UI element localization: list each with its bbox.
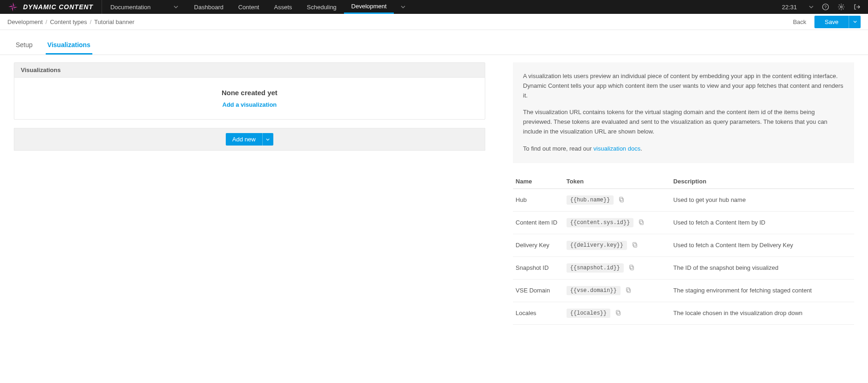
- save-button[interactable]: Save: [814, 16, 849, 28]
- info-paragraph-1: A visualization lets users preview an in…: [523, 72, 844, 100]
- copy-icon[interactable]: [615, 310, 621, 316]
- token-name: Delivery Key: [513, 234, 564, 256]
- save-dropdown-button[interactable]: [849, 16, 861, 28]
- tab-visualizations[interactable]: Visualizations: [46, 36, 92, 55]
- token-cell: {{snapshot.id}}: [564, 256, 671, 279]
- token-cell: {{hub.name}}: [564, 188, 671, 211]
- hub-dropdown[interactable]: Documentation: [102, 0, 187, 14]
- svg-line-8: [843, 9, 844, 10]
- logout-icon[interactable]: [853, 3, 861, 11]
- panel-header: Visualizations: [14, 63, 485, 78]
- visualizations-panel: Visualizations None created yet Add a vi…: [14, 62, 485, 120]
- svg-rect-15: [633, 244, 637, 248]
- logo-icon: [7, 1, 18, 12]
- copy-icon[interactable]: [632, 242, 638, 248]
- token-cell: {{delivery.key}}: [564, 234, 671, 256]
- token-table-header-description: Description: [670, 174, 854, 189]
- table-row: Locales{{locales}}The locale chosen in t…: [513, 302, 854, 324]
- token-cell: {{content.sys.id}}: [564, 211, 671, 234]
- svg-line-10: [843, 5, 844, 6]
- time-dropdown[interactable]: 22:31: [782, 4, 814, 11]
- table-row: Hub{{hub.name}}Used to get your hub name: [513, 188, 854, 211]
- token-description: The staging environment for fetching sta…: [670, 279, 854, 302]
- svg-rect-16: [633, 243, 636, 246]
- brand-area[interactable]: DYNAMIC CONTENT: [7, 0, 102, 14]
- svg-rect-14: [639, 220, 643, 224]
- svg-rect-12: [620, 197, 623, 201]
- svg-rect-22: [616, 310, 620, 314]
- token-code: {{locales}}: [567, 309, 610, 318]
- token-description: Used to fetch a Content Item by ID: [670, 211, 854, 234]
- chevron-down-icon: [174, 4, 178, 11]
- token-code: {{vse.domain}}: [567, 286, 621, 295]
- copy-icon[interactable]: [625, 287, 632, 293]
- svg-rect-11: [621, 199, 624, 202]
- token-code: {{snapshot.id}}: [567, 263, 624, 273]
- table-row: Content item ID{{content.sys.id}}Used to…: [513, 211, 854, 234]
- table-row: Snapshot ID{{snapshot.id}}The ID of the …: [513, 256, 854, 279]
- token-code: {{hub.name}}: [567, 195, 614, 205]
- token-name: VSE Domain: [513, 279, 564, 302]
- breadcrumb-item-development[interactable]: Development: [7, 18, 43, 25]
- gear-icon[interactable]: [838, 3, 845, 11]
- copy-icon[interactable]: [618, 196, 625, 203]
- info-box: A visualization lets users preview an in…: [513, 62, 854, 163]
- token-description: The ID of the snapshot being visualized: [670, 256, 854, 279]
- token-cell: {{vse.domain}}: [564, 279, 671, 302]
- brand-text: DYNAMIC CONTENT: [23, 3, 93, 11]
- nav-tab-content[interactable]: Content: [231, 0, 267, 14]
- token-description: Used to get your hub name: [670, 188, 854, 211]
- page-tabs: Setup Visualizations: [0, 30, 868, 55]
- svg-rect-21: [617, 312, 620, 316]
- add-new-button[interactable]: Add new: [226, 133, 262, 146]
- svg-rect-20: [626, 288, 629, 292]
- token-cell: {{locales}}: [564, 302, 671, 324]
- nav-tab-scheduling[interactable]: Scheduling: [300, 0, 344, 14]
- back-button[interactable]: Back: [793, 18, 806, 25]
- time-label: 22:31: [782, 4, 797, 11]
- table-row: Delivery Key{{delivery.key}}Used to fetc…: [513, 234, 854, 256]
- nav-tab-dashboard[interactable]: Dashboard: [187, 0, 231, 14]
- visualization-docs-link[interactable]: visualization docs: [593, 145, 640, 152]
- svg-rect-13: [640, 221, 644, 225]
- breadcrumb: Development / Content types / Tutorial b…: [7, 18, 134, 25]
- svg-line-9: [839, 9, 840, 10]
- top-navbar: DYNAMIC CONTENT Documentation Dashboard …: [0, 0, 868, 14]
- token-table-header-name: Name: [513, 174, 564, 189]
- token-table-header-token: Token: [564, 174, 671, 189]
- svg-text:?: ?: [824, 5, 826, 9]
- token-description: The locale chosen in the visualization d…: [670, 302, 854, 324]
- primary-nav: Dashboard Content Assets Scheduling Deve…: [187, 0, 412, 14]
- copy-icon[interactable]: [628, 264, 635, 271]
- svg-rect-17: [630, 267, 633, 270]
- token-description: Used to fetch a Content Item by Delivery…: [670, 234, 854, 256]
- info-paragraph-3: To find out more, read our visualization…: [523, 144, 844, 154]
- empty-state-title: None created yet: [25, 89, 474, 97]
- breadcrumb-separator: /: [90, 18, 91, 25]
- nav-overflow-button[interactable]: [394, 0, 412, 14]
- token-name: Locales: [513, 302, 564, 324]
- tab-setup[interactable]: Setup: [14, 36, 35, 55]
- breadcrumb-item-current: Tutorial banner: [94, 18, 134, 25]
- add-new-bar: Add new: [14, 128, 485, 151]
- nav-tab-development[interactable]: Development: [344, 0, 394, 14]
- hub-dropdown-label: Documentation: [110, 4, 151, 11]
- main-content: Visualizations None created yet Add a vi…: [0, 55, 868, 332]
- token-table: Name Token Description Hub{{hub.name}}Us…: [513, 174, 854, 325]
- svg-line-7: [839, 5, 840, 6]
- save-button-group: Save: [814, 16, 861, 28]
- svg-rect-19: [627, 289, 630, 293]
- breadcrumb-item-content-types[interactable]: Content types: [50, 18, 87, 25]
- copy-icon[interactable]: [638, 219, 645, 225]
- add-new-dropdown-button[interactable]: [262, 133, 273, 146]
- chevron-down-icon: [809, 4, 814, 11]
- token-code: {{delivery.key}}: [567, 241, 627, 250]
- info-paragraph-2: The visualization URL contains tokens fo…: [523, 108, 844, 136]
- table-row: VSE Domain{{vse.domain}}The staging envi…: [513, 279, 854, 302]
- add-visualization-link[interactable]: Add a visualization: [25, 101, 474, 108]
- nav-tab-assets[interactable]: Assets: [267, 0, 300, 14]
- help-icon[interactable]: ?: [822, 3, 829, 11]
- token-name: Hub: [513, 188, 564, 211]
- svg-rect-18: [629, 265, 633, 269]
- svg-point-2: [840, 6, 842, 8]
